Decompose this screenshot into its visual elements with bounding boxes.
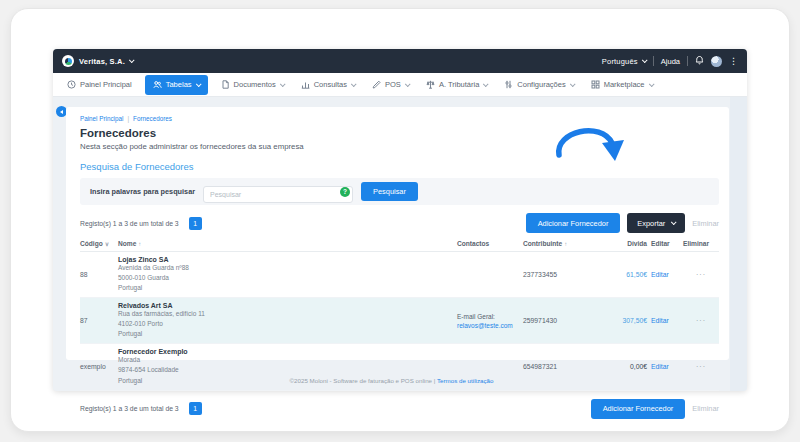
search-bar: Insira palavras para pesquisar ? Pesquis… bbox=[80, 178, 719, 205]
terms-link[interactable]: Termos de utilização bbox=[437, 377, 493, 384]
records-summary: Registo(s) 1 a 3 de um total de 3 bbox=[80, 220, 179, 227]
edit-link[interactable]: Editar bbox=[651, 271, 679, 278]
bottom-toolbar: Registo(s) 1 a 3 de um total de 3 1 Adic… bbox=[80, 399, 719, 419]
supplier-address-line: 9874-654 Localidade bbox=[118, 365, 453, 375]
supplier-code: exemplo bbox=[80, 363, 114, 370]
pagination-page-1[interactable]: 1 bbox=[189, 217, 202, 230]
header-eliminar: Eliminar bbox=[683, 240, 719, 247]
nav-item-marketplace[interactable]: Marketplace bbox=[583, 73, 661, 97]
user-avatar[interactable] bbox=[711, 56, 722, 67]
search-input[interactable] bbox=[203, 186, 353, 203]
search-section-title: Pesquisa de Fornecedores bbox=[80, 161, 719, 172]
nav-item-configuracoes[interactable]: Configurações bbox=[496, 73, 581, 97]
dashboard-clock-icon bbox=[67, 80, 76, 89]
divider bbox=[653, 56, 654, 66]
supplier-address-line: Morada bbox=[118, 355, 453, 365]
chevron-down-icon bbox=[351, 81, 357, 87]
header-divida: Dívida bbox=[613, 240, 647, 247]
supplier-debt: 61,50€ bbox=[613, 271, 647, 278]
supplier-name: Lojas Zinco SA bbox=[118, 256, 453, 263]
delete-button[interactable]: Eliminar bbox=[692, 219, 719, 228]
supplier-name: Relvados Art SA bbox=[118, 302, 453, 309]
footer-text: ©2025 Moloni - Software de faturação e P… bbox=[290, 377, 433, 384]
pagination-page-1[interactable]: 1 bbox=[189, 402, 202, 415]
supplier-name: Fornecedor Exemplo bbox=[118, 348, 453, 355]
header-contribuinte[interactable]: Contribuinte↑ bbox=[523, 240, 609, 247]
row-more-icon[interactable]: ··· bbox=[683, 271, 719, 278]
app-footer: ©2025 Moloni - Software de faturação e P… bbox=[53, 377, 730, 384]
notifications-bell-icon[interactable] bbox=[695, 55, 704, 67]
supplier-code: 88 bbox=[80, 271, 114, 278]
chevron-down-icon bbox=[648, 81, 654, 87]
tributaria-icon bbox=[426, 80, 435, 89]
supplier-address-line: Rua das farmácias, edifício 11 bbox=[118, 309, 453, 319]
company-name: Veritas, S.A. bbox=[79, 57, 125, 66]
search-label: Insira palavras para pesquisar bbox=[90, 187, 195, 196]
app-window: Veritas, S.A. Português Ajuda bbox=[53, 49, 747, 391]
content-panel: Painel Principal | Fornecedores Forneced… bbox=[66, 107, 729, 360]
records-summary: Registo(s) 1 a 3 de um total de 3 bbox=[80, 405, 179, 412]
supplier-vat: 237733455 bbox=[523, 271, 609, 278]
breadcrumb: Painel Principal | Fornecedores bbox=[80, 115, 719, 122]
chevron-down-icon bbox=[129, 57, 135, 63]
tables-people-icon bbox=[153, 80, 162, 89]
consultas-chart-icon bbox=[301, 80, 310, 89]
breadcrumb-separator: | bbox=[127, 115, 129, 122]
sort-up-icon: ↑ bbox=[564, 241, 567, 247]
language-label: Português bbox=[602, 57, 638, 66]
search-button[interactable]: Pesquisar bbox=[361, 182, 418, 201]
contact-email-link[interactable]: relavos@teste.com bbox=[457, 322, 519, 329]
supplier-address-line: Portugal bbox=[118, 283, 453, 293]
language-selector[interactable]: Português bbox=[602, 57, 646, 66]
chevron-down-icon bbox=[405, 81, 411, 87]
delete-button[interactable]: Eliminar bbox=[692, 404, 719, 413]
main-navigation: Painel Principal Tabelas Documentos bbox=[53, 73, 747, 97]
row-more-icon[interactable]: ··· bbox=[683, 363, 719, 370]
supplier-vat: 654987321 bbox=[523, 363, 609, 370]
nav-item-documentos[interactable]: Documentos bbox=[213, 73, 292, 97]
page-subtitle: Nesta secção pode administrar os fornece… bbox=[80, 142, 719, 151]
export-button[interactable]: Exportar bbox=[627, 213, 685, 233]
supplier-code: 87 bbox=[80, 317, 114, 324]
chevron-down-icon bbox=[483, 81, 489, 87]
header-nome[interactable]: Nome↑ bbox=[118, 240, 453, 247]
nav-item-painel-principal[interactable]: Painel Principal bbox=[59, 73, 140, 97]
nav-item-tributaria[interactable]: A. Tributária bbox=[418, 73, 495, 97]
help-link[interactable]: Ajuda bbox=[661, 57, 680, 66]
supplier-debt: 307,50€ bbox=[613, 317, 647, 324]
company-selector[interactable]: Veritas, S.A. bbox=[79, 57, 133, 66]
row-more-icon[interactable]: ··· bbox=[683, 317, 719, 324]
supplier-address-line: 5000-010 Guarda bbox=[118, 273, 453, 283]
breadcrumb-fornecedores[interactable]: Fornecedores bbox=[133, 115, 172, 122]
pos-icon bbox=[372, 80, 381, 89]
documents-icon bbox=[221, 80, 230, 89]
supplier-contact: E-mail Geral: relavos@teste.com bbox=[457, 313, 519, 329]
edit-link[interactable]: Editar bbox=[651, 363, 679, 370]
divider bbox=[687, 56, 688, 66]
chevron-down-icon bbox=[280, 81, 286, 87]
header-codigo[interactable]: Código∨ bbox=[80, 240, 114, 247]
nav-item-consultas[interactable]: Consultas bbox=[293, 73, 363, 97]
chevron-down-icon bbox=[195, 81, 201, 87]
table-header-row: Código∨ Nome↑ Contactos Contribuinte↑ Dí bbox=[80, 240, 719, 252]
supplier-debt: 0,00€ bbox=[613, 363, 647, 370]
add-supplier-button[interactable]: Adicionar Fornecedor bbox=[526, 213, 621, 233]
edit-link[interactable]: Editar bbox=[651, 317, 679, 324]
marketplace-grid-icon bbox=[591, 80, 600, 89]
nav-item-pos[interactable]: POS bbox=[364, 73, 417, 97]
right-panel-strip bbox=[730, 97, 747, 391]
search-help-icon[interactable]: ? bbox=[340, 187, 350, 197]
table-row[interactable]: 88 Lojas Zinco SA Avenida da Guarda nº88… bbox=[80, 252, 719, 298]
overflow-menu-icon[interactable]: ⋮ bbox=[729, 57, 738, 66]
footer-separator: | bbox=[434, 377, 436, 384]
records-toolbar: Registo(s) 1 a 3 de um total de 3 1 Adic… bbox=[80, 213, 719, 233]
supplier-address-line: Avenida da Guarda nº88 bbox=[118, 263, 453, 273]
nav-item-tabelas[interactable]: Tabelas bbox=[145, 75, 208, 95]
top-bar: Veritas, S.A. Português Ajuda bbox=[53, 49, 747, 73]
page-title: Fornecedores bbox=[80, 127, 719, 139]
add-supplier-button[interactable]: Adicionar Fornecedor bbox=[591, 399, 686, 419]
breadcrumb-painel-principal[interactable]: Painel Principal bbox=[80, 115, 123, 122]
table-row[interactable]: 87 Relvados Art SA Rua das farmácias, ed… bbox=[80, 298, 719, 344]
company-logo-icon bbox=[62, 55, 74, 67]
chevron-down-icon bbox=[642, 57, 648, 63]
